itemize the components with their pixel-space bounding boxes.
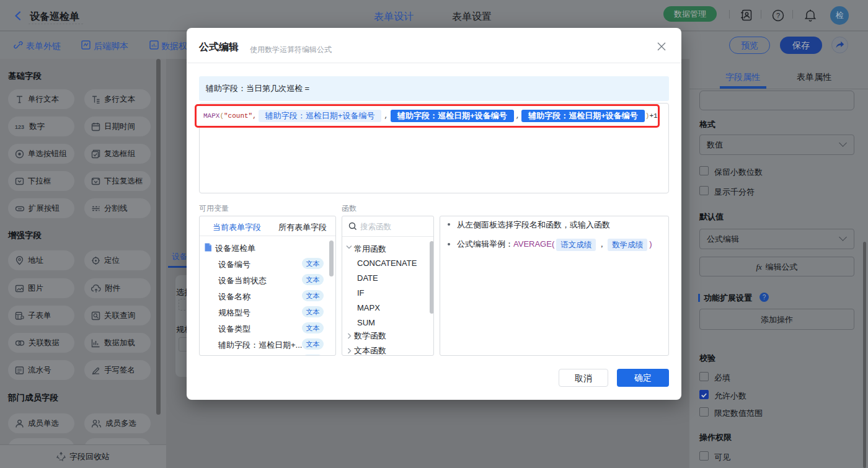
svg-text:123: 123 (15, 124, 24, 130)
svg-text:?: ? (776, 12, 780, 19)
